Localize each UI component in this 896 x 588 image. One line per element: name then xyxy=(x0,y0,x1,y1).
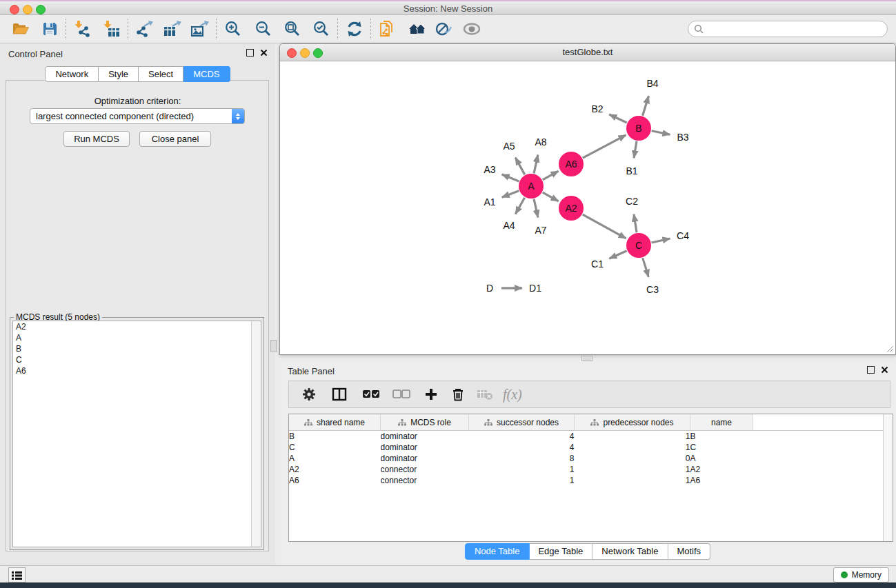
edge-A-A2[interactable] xyxy=(543,192,559,201)
zoom-selected-icon[interactable] xyxy=(312,19,331,39)
node-B1[interactable]: B1 xyxy=(621,160,643,182)
node-C2[interactable]: C2 xyxy=(621,190,643,212)
vertical-splitter-handle[interactable] xyxy=(270,340,277,352)
column-header-predecessor-nodes[interactable]: predecessor nodes xyxy=(575,414,690,431)
node-A5[interactable]: A5 xyxy=(498,135,520,157)
mcds-list-scrollbar[interactable] xyxy=(251,321,261,547)
refresh-icon[interactable] xyxy=(345,19,364,39)
network-window-titlebar[interactable]: testGlobe.txt xyxy=(280,44,895,61)
edge-A-A3[interactable] xyxy=(502,174,519,181)
edge-A-A1[interactable] xyxy=(502,191,519,197)
mcds-result-item[interactable]: B xyxy=(13,343,261,354)
open-file-icon[interactable] xyxy=(11,19,30,39)
edge-C-C1[interactable] xyxy=(609,251,626,258)
optimization-criterion-select[interactable]: largest connected component (directed) xyxy=(30,108,245,124)
node-A6[interactable]: A6 xyxy=(559,152,584,176)
zoom-out-icon[interactable] xyxy=(254,19,273,39)
table-row[interactable]: Cdominator41C xyxy=(289,442,893,453)
float-panel-icon[interactable] xyxy=(867,366,875,374)
column-header-name[interactable]: name xyxy=(690,414,753,431)
tab-edge-table[interactable]: Edge Table xyxy=(529,543,593,560)
close-panel-icon[interactable] xyxy=(260,49,268,57)
node-D[interactable]: D xyxy=(479,277,501,299)
node-B4[interactable]: B4 xyxy=(641,72,664,94)
show-graphics-details-icon[interactable] xyxy=(462,19,481,39)
edge-A-A5[interactable] xyxy=(515,158,525,175)
node-D1[interactable]: D1 xyxy=(524,277,546,299)
deselect-all-icon[interactable] xyxy=(392,389,410,399)
node-A2[interactable]: A2 xyxy=(559,196,584,221)
node-C4[interactable]: C4 xyxy=(672,225,694,247)
tab-style[interactable]: Style xyxy=(99,66,139,82)
search-input[interactable] xyxy=(688,21,888,37)
node-A7[interactable]: A7 xyxy=(530,219,552,241)
window-resize-gripper[interactable] xyxy=(886,345,894,353)
close-panel-button[interactable]: Close panel xyxy=(139,131,211,147)
add-column-icon[interactable] xyxy=(424,387,438,401)
zoom-in-icon[interactable] xyxy=(223,19,243,39)
export-network-icon[interactable] xyxy=(135,19,155,39)
memory-button[interactable]: Memory xyxy=(833,567,889,582)
edge-A-A8[interactable] xyxy=(534,155,538,174)
node-A8[interactable]: A8 xyxy=(530,131,552,153)
edge-B-B1[interactable] xyxy=(634,141,637,158)
horizontal-splitter-handle[interactable] xyxy=(581,356,593,361)
hide-graphics-details-icon[interactable] xyxy=(435,19,454,39)
edge-C-C3[interactable] xyxy=(643,258,649,277)
table-scrollbar[interactable] xyxy=(883,414,893,541)
edge-C-C2[interactable] xyxy=(634,214,637,232)
import-table-icon[interactable] xyxy=(102,19,121,39)
node-C3[interactable]: C3 xyxy=(641,278,664,301)
node-A4[interactable]: A4 xyxy=(498,214,520,236)
column-header-MCDS-role[interactable]: MCDS role xyxy=(381,414,469,431)
column-header-shared-name[interactable]: shared name xyxy=(289,414,381,431)
node-C1[interactable]: C1 xyxy=(586,253,608,275)
edge-A-A6[interactable] xyxy=(543,171,559,180)
tab-network[interactable]: Network xyxy=(45,66,99,82)
column-header-successor-nodes[interactable]: successor nodes xyxy=(469,414,575,431)
mcds-result-item[interactable]: A6 xyxy=(13,365,261,376)
node-B[interactable]: B xyxy=(626,116,651,141)
edge-A-A4[interactable] xyxy=(515,198,524,214)
mcds-result-list[interactable]: A2ABCA6 xyxy=(12,321,261,547)
tab-motifs[interactable]: Motifs xyxy=(668,543,710,560)
edge-C-C4[interactable] xyxy=(652,239,670,243)
network-graph-canvas[interactable]: B4B2BB3A8A5A6A3B1AA1C2A2A4A7C4CC1C3DD1 xyxy=(280,61,895,354)
tab-select[interactable]: Select xyxy=(139,66,183,82)
edge-A2-C[interactable] xyxy=(583,214,626,239)
float-panel-icon[interactable] xyxy=(246,49,254,57)
node-A3[interactable]: A3 xyxy=(479,159,501,181)
save-session-icon[interactable] xyxy=(40,19,59,39)
table-row[interactable]: Bdominator41B xyxy=(289,431,893,443)
select-all-check-icon[interactable] xyxy=(362,389,380,399)
mcds-result-item[interactable]: A2 xyxy=(13,321,261,332)
table-row[interactable]: Adominator80A xyxy=(289,453,893,464)
node-A[interactable]: A xyxy=(519,174,544,199)
edge-A6-B[interactable] xyxy=(583,135,626,158)
home-layout-icon[interactable] xyxy=(407,19,426,39)
tab-network-table[interactable]: Network Table xyxy=(593,543,668,560)
table-settings-gear-icon[interactable] xyxy=(301,387,317,402)
run-mcds-button[interactable]: Run MCDS xyxy=(63,131,130,147)
node-A1[interactable]: A1 xyxy=(479,191,501,213)
mcds-result-item[interactable]: C xyxy=(13,354,261,365)
table-row[interactable]: A6connector11A6 xyxy=(289,475,893,486)
close-panel-icon[interactable] xyxy=(881,366,888,374)
column-visibility-icon[interactable] xyxy=(332,387,347,401)
tab-node-table[interactable]: Node Table xyxy=(465,543,530,560)
tab-mcds[interactable]: MCDS xyxy=(183,66,230,82)
table-row[interactable]: A2connector11A2 xyxy=(289,464,893,475)
node-C[interactable]: C xyxy=(626,233,651,258)
edge-A-A7[interactable] xyxy=(534,199,538,218)
edge-B-B4[interactable] xyxy=(643,96,649,116)
import-network-icon[interactable] xyxy=(73,19,92,39)
node-B3[interactable]: B3 xyxy=(672,126,694,148)
mcds-result-item[interactable]: A xyxy=(13,332,261,343)
open-network-file-icon[interactable] xyxy=(378,19,397,39)
export-table-icon[interactable] xyxy=(163,19,182,39)
export-image-icon[interactable] xyxy=(190,19,210,39)
edge-B-B2[interactable] xyxy=(609,114,627,123)
edge-B-B3[interactable] xyxy=(652,131,670,134)
node-B2[interactable]: B2 xyxy=(586,98,608,120)
zoom-fit-icon[interactable] xyxy=(283,19,302,39)
